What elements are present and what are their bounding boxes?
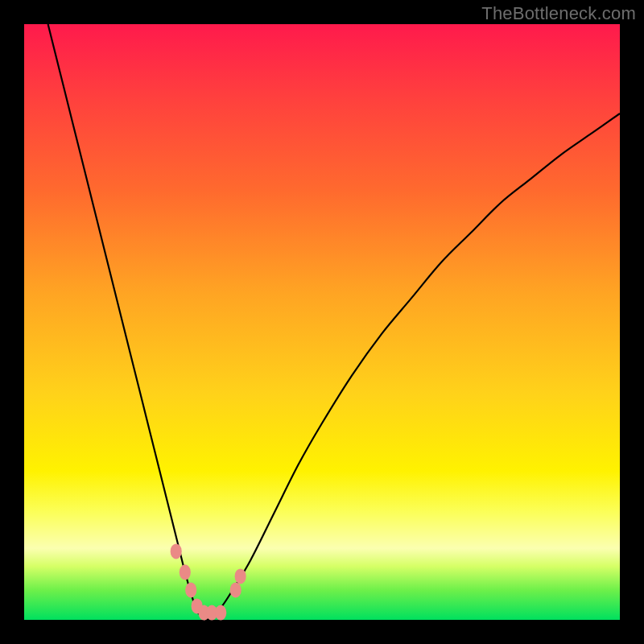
marker-dot — [185, 583, 196, 598]
marker-group — [171, 543, 246, 620]
outer-frame: TheBottleneck.com — [0, 0, 644, 644]
marker-dot — [180, 564, 191, 580]
marker-dot — [171, 543, 182, 559]
curve-left — [48, 24, 209, 620]
curve-layer — [24, 24, 620, 620]
marker-dot — [235, 568, 246, 584]
marker-dot — [230, 583, 242, 598]
marker-dot — [215, 605, 226, 621]
curve-right — [208, 114, 620, 620]
plot-area — [24, 24, 620, 620]
watermark-text: TheBottleneck.com — [481, 3, 636, 24]
